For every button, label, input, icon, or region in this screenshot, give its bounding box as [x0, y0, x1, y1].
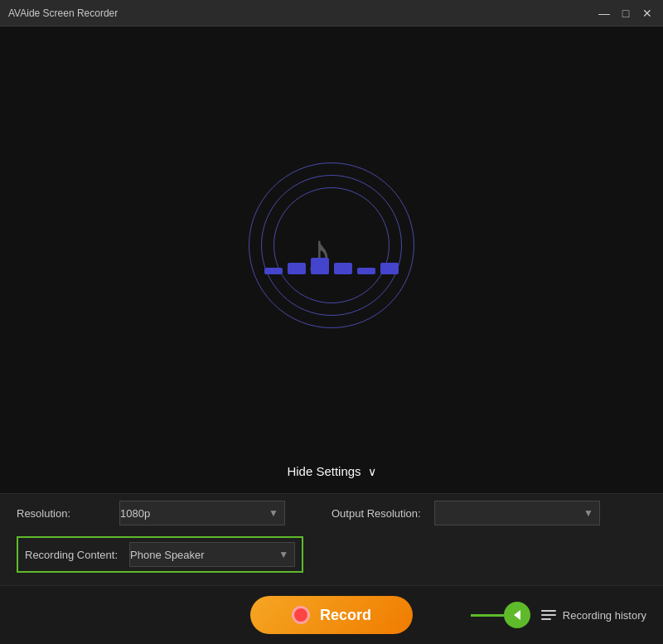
eq-bar-6	[380, 263, 399, 274]
recording-content-label: Recording Content:	[25, 549, 118, 561]
settings-row-recording-content: Recording Content: Phone Speaker ▼	[17, 532, 646, 577]
resolution-group: Resolution: 1080p ▼	[17, 501, 332, 525]
app-title: AVAide Screen Recorder	[8, 7, 118, 19]
eq-bar-5	[357, 268, 375, 274]
output-resolution-label: Output Resolution:	[332, 507, 423, 520]
eq-bar-1	[264, 268, 283, 274]
circle-container: ♪	[240, 154, 423, 337]
settings-row-resolution: Resolution: 1080p ▼ Output Resolution: ▼	[17, 494, 646, 532]
recording-content-select-wrapper: Phone Speaker ▼	[129, 542, 295, 567]
viz-area: ♪	[0, 27, 663, 464]
resolution-label: Resolution:	[17, 507, 108, 520]
maximize-button[interactable]: □	[618, 6, 633, 21]
output-resolution-group: Output Resolution: ▼	[332, 501, 646, 525]
eq-bar-4	[334, 263, 352, 274]
main-content: ♪ Hide Settings ∨ Resolution:	[0, 27, 663, 644]
arrow-indicator	[471, 602, 530, 628]
music-content: ♪	[264, 216, 399, 274]
eq-bar-2	[288, 263, 306, 274]
arrow-circle-icon	[504, 602, 530, 628]
title-bar: AVAide Screen Recorder — □ ✕	[0, 0, 663, 27]
window-controls: — □ ✕	[597, 6, 655, 21]
output-resolution-select-wrapper: ▼	[434, 501, 600, 525]
close-button[interactable]: ✕	[640, 6, 655, 21]
svg-marker-1	[514, 610, 520, 620]
recording-content-select[interactable]: Phone Speaker	[129, 542, 295, 567]
eq-bar-3	[311, 258, 329, 274]
minimize-button[interactable]: —	[597, 6, 612, 21]
recording-content-highlighted: Recording Content: Phone Speaker ▼	[17, 536, 303, 573]
hide-settings-label: Hide Settings	[287, 464, 361, 478]
settings-panel: Resolution: 1080p ▼ Output Resolution: ▼	[0, 493, 663, 585]
record-button[interactable]: Record	[250, 596, 413, 634]
arrow-line	[471, 614, 504, 617]
output-resolution-select[interactable]	[434, 501, 600, 525]
resolution-select-wrapper: 1080p ▼	[119, 501, 285, 525]
hide-settings-toggle[interactable]: Hide Settings ∨	[287, 464, 375, 478]
bottom-bar: Record Recording history	[0, 585, 663, 644]
recording-history-icon	[541, 610, 556, 620]
record-button-label: Record	[320, 607, 371, 624]
eq-bars	[264, 258, 399, 274]
recording-history-label: Recording history	[563, 609, 646, 622]
arrow-left-icon	[511, 608, 524, 622]
chevron-down-icon: ∨	[368, 465, 376, 478]
recording-history-button[interactable]: Recording history	[541, 609, 646, 622]
record-dot-icon	[292, 606, 310, 624]
resolution-select[interactable]: 1080p	[119, 501, 285, 525]
